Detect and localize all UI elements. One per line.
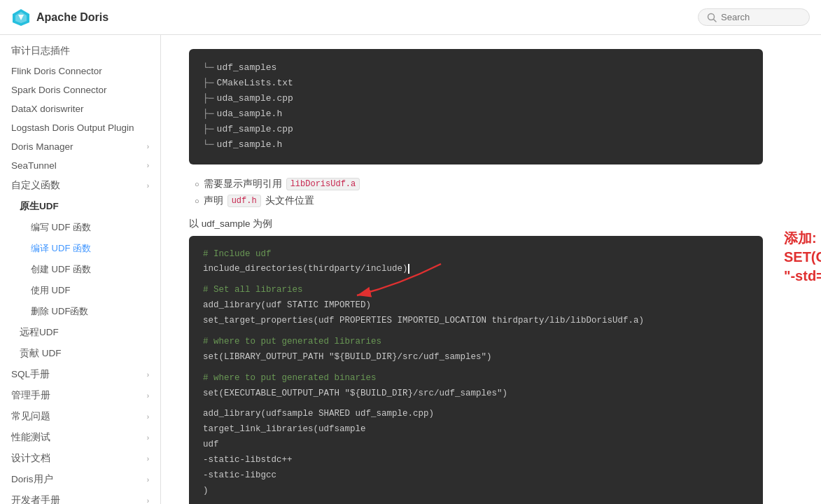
sidebar-item[interactable]: DataX doriswriter xyxy=(0,99,160,118)
sidebar-item-label: Flink Doris Connector xyxy=(11,66,102,76)
content-area: └─udf_samples ├─CMakeLists.txt ├─uda_sam… xyxy=(161,35,791,504)
bullet-text-2: 声明 xyxy=(204,195,223,207)
sidebar-item[interactable]: 创建 UDF 函数 xyxy=(0,259,160,280)
sidebar: 审计日志插件Flink Doris ConnectorSpark Doris C… xyxy=(0,35,161,504)
chevron-right-icon: › xyxy=(147,455,149,463)
search-icon xyxy=(707,13,717,22)
code-line xyxy=(203,365,749,371)
sidebar-item[interactable]: 开发者手册› xyxy=(0,490,160,504)
sidebar-item[interactable]: SeaTunnel› xyxy=(0,156,160,175)
text-cursor xyxy=(408,264,409,274)
file-tree-block: └─udf_samples ├─CMakeLists.txt ├─uda_sam… xyxy=(189,49,763,164)
tree-line: ├─uda_sample.h xyxy=(203,106,749,122)
code-line: -static-libgcc xyxy=(203,468,749,484)
sidebar-item-label: 贡献 UDF xyxy=(20,347,62,360)
sidebar-item-label: 管理手册 xyxy=(11,389,50,402)
section-label: 以 udf_sample 为例 xyxy=(189,218,763,230)
chevron-right-icon: › xyxy=(147,392,149,400)
inline-code-2: udf.h xyxy=(227,195,261,207)
search-input[interactable] xyxy=(721,12,801,22)
sidebar-item[interactable]: 远程UDF xyxy=(0,322,160,343)
sidebar-item[interactable]: 管理手册› xyxy=(0,385,160,406)
sidebar-item-label: 创建 UDF 函数 xyxy=(31,263,91,276)
tree-line: ├─CMakeLists.txt xyxy=(203,76,749,91)
chevron-right-icon: › xyxy=(147,371,149,379)
sidebar-item-label: Logstash Doris Output Plugin xyxy=(11,122,134,133)
sidebar-item-label: Doris用户 xyxy=(11,473,53,486)
sidebar-item-label: 编译 UDF 函数 xyxy=(31,242,91,255)
code-comment: # Include udf xyxy=(203,249,272,259)
sidebar-item[interactable]: 删除 UDF函数 xyxy=(0,301,160,322)
sidebar-item-label: 性能测试 xyxy=(11,431,50,444)
sidebar-item[interactable]: SQL手册› xyxy=(0,364,160,385)
sidebar-item-label: Doris Manager xyxy=(11,141,73,152)
svg-line-3 xyxy=(714,19,717,22)
tree-prefix: ├─ xyxy=(203,106,214,122)
tree-prefix: └─ xyxy=(203,60,214,76)
annotation-text: 添加:SET(CMAKE_CXX_FLAGS"-std=c++0x") xyxy=(784,229,821,286)
sidebar-item[interactable]: Doris Manager› xyxy=(0,137,160,156)
code-line: set(LIBRARY_OUTPUT_PATH "${BUILD_DIR}/sr… xyxy=(203,350,749,365)
tree-line: └─udf_sample.h xyxy=(203,137,749,153)
sidebar-item-label: 远程UDF xyxy=(20,326,59,339)
bullet-item-2: 声明 udf.h 头文件位置 xyxy=(195,192,763,209)
code-line: ) xyxy=(203,484,749,499)
bullet-text-2b: 头文件位置 xyxy=(265,195,314,207)
tree-line: └─udf_samples xyxy=(203,60,749,76)
sidebar-item[interactable]: Doris用户› xyxy=(0,469,160,490)
main-code-block: # Include udfinclude_directories(thirdpa… xyxy=(189,236,763,504)
sidebar-item-label: DataX doriswriter xyxy=(11,104,84,114)
sidebar-item[interactable]: 编写 UDF 函数 xyxy=(0,217,160,238)
chevron-right-icon: › xyxy=(147,434,149,442)
sidebar-item[interactable]: 自定义函数› xyxy=(0,175,160,196)
sidebar-item-label: 审计日志插件 xyxy=(11,45,70,57)
code-line xyxy=(203,329,749,335)
tree-prefix: ├─ xyxy=(203,76,214,91)
code-line: include_directories(thirdparty/include) xyxy=(203,262,749,277)
code-line: udf xyxy=(203,438,749,453)
sidebar-item[interactable]: 常见问题› xyxy=(0,406,160,427)
chevron-right-icon: › xyxy=(147,182,149,190)
bullet-list: 需要显示声明引用 libDorisUdf.a 声明 udf.h 头文件位置 xyxy=(189,176,763,209)
chevron-right-icon: › xyxy=(147,476,149,484)
tree-line: ├─udf_sample.cpp xyxy=(203,122,749,137)
sidebar-item[interactable]: Flink Doris Connector xyxy=(0,62,160,80)
sidebar-item[interactable]: 贡献 UDF xyxy=(0,343,160,364)
tree-filename: uda_sample.h xyxy=(217,106,283,122)
site-title: Apache Doris xyxy=(36,11,108,24)
sidebar-item-label: Spark Doris Connector xyxy=(11,85,107,95)
code-comment: # where to put generated binaries xyxy=(203,373,377,383)
sidebar-item[interactable]: 使用 UDF xyxy=(0,280,160,301)
sidebar-item-label: SeaTunnel xyxy=(11,160,57,171)
sidebar-item[interactable]: 设计文档› xyxy=(0,448,160,469)
tree-line: ├─uda_sample.cpp xyxy=(203,91,749,106)
bullet-item-1: 需要显示声明引用 libDorisUdf.a xyxy=(195,176,763,192)
code-line: # Set all libraries xyxy=(203,283,749,298)
sidebar-item-label: SQL手册 xyxy=(11,368,50,381)
tree-prefix: ├─ xyxy=(203,91,214,106)
code-line: set_target_properties(udf PROPERTIES IMP… xyxy=(203,314,749,329)
code-line: target_link_libraries(udfsample xyxy=(203,422,749,438)
header: Apache Doris xyxy=(0,0,821,35)
sidebar-item-label: 常见问题 xyxy=(11,410,50,423)
sidebar-item-label: 原生UDF xyxy=(20,200,59,213)
sidebar-item[interactable]: 性能测试› xyxy=(0,427,160,448)
code-line: -static-libstdc++ xyxy=(203,453,749,468)
sidebar-item[interactable]: 编译 UDF 函数 xyxy=(0,238,160,259)
tree-filename: udf_samples xyxy=(217,60,277,76)
sidebar-item[interactable]: 原生UDF xyxy=(0,196,160,217)
bullet-text-1: 需要显示声明引用 xyxy=(204,178,282,190)
logo-area: Apache Doris xyxy=(11,8,108,27)
sidebar-item[interactable]: 审计日志插件 xyxy=(0,41,160,62)
code-comment: # where to put generated libraries xyxy=(203,337,381,346)
inline-code-1: libDorisUdf.a xyxy=(286,178,360,190)
main-content: └─udf_samples ├─CMakeLists.txt ├─uda_sam… xyxy=(161,35,821,504)
sidebar-item-label: 编写 UDF 函数 xyxy=(31,221,91,234)
code-line: set(EXECUTABLE_OUTPUT_PATH "${BUILD_DIR}… xyxy=(203,386,749,402)
sidebar-item[interactable]: Logstash Doris Output Plugin xyxy=(0,118,160,137)
sidebar-item-label: 自定义函数 xyxy=(11,179,60,192)
search-box[interactable] xyxy=(698,8,810,26)
main-layout: 审计日志插件Flink Doris ConnectorSpark Doris C… xyxy=(0,35,821,504)
code-line: # Include udf xyxy=(203,247,749,262)
sidebar-item[interactable]: Spark Doris Connector xyxy=(0,80,160,99)
